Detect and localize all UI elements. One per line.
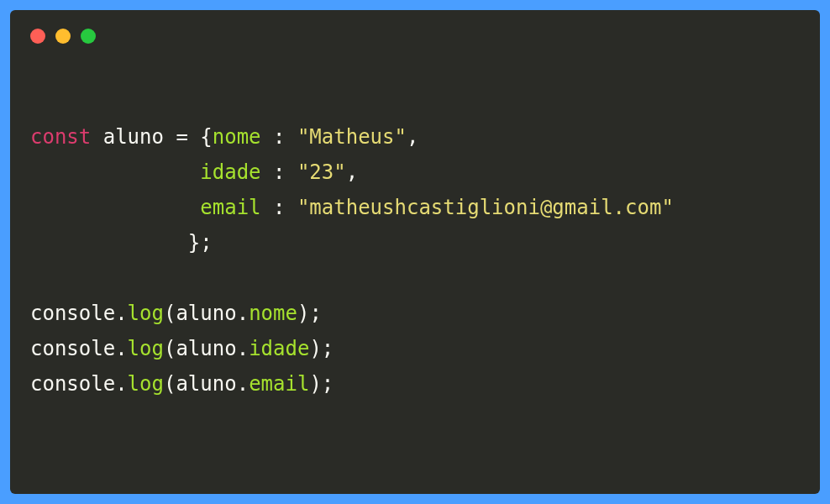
indent [30,160,200,184]
paren-open: ( [164,372,176,396]
identifier-console: console [30,372,115,396]
code-line-6: console.log(aluno.idade); [30,337,334,360]
code-line-2: idade : "23", [30,160,358,184]
dot: . [115,337,127,360]
identifier-aluno: aluno [103,125,164,149]
comma: , [407,125,418,149]
identifier-aluno: aluno [176,337,236,360]
code-line-5: console.log(aluno.nome); [30,302,322,325]
property-email: email [249,372,309,396]
function-log: log [128,302,164,325]
string-literal: "matheushcastiglioni@gmail.com" [297,196,674,219]
code-line-4: }; [30,231,213,255]
code-line-3: email : "matheushcastiglioni@gmail.com" [30,196,674,219]
colon: : [261,196,286,219]
dot: . [115,372,127,396]
code-line-7: console.log(aluno.email); [30,372,334,396]
code-line-1: const aluno = {nome : "Matheus", [30,125,418,149]
paren-open: ( [164,337,176,360]
identifier-console: console [30,302,115,325]
paren-close: ) [297,302,309,325]
dot: . [237,337,249,360]
property-nome: nome [213,125,261,149]
editor-window: const aluno = {nome : "Matheus", idade :… [10,10,820,494]
semicolon: ; [200,231,212,255]
identifier-console: console [30,337,115,360]
minimize-icon[interactable] [55,29,71,44]
paren-open: ( [164,302,176,325]
property-idade: idade [200,160,260,184]
paren-close: ) [309,337,321,360]
colon: : [261,160,286,184]
function-log: log [128,372,164,396]
paren-close: ) [309,372,321,396]
semicolon: ; [309,302,321,325]
comma: , [346,160,358,184]
brace-close: } [188,231,200,255]
keyword-const: const [30,125,91,149]
maximize-icon[interactable] [81,29,96,44]
string-literal: "23" [297,160,346,184]
property-idade: idade [249,337,309,360]
string-literal: "Matheus" [297,125,407,149]
code-area: const aluno = {nome : "Matheus", idade :… [10,44,820,422]
semicolon: ; [322,372,334,396]
semicolon: ; [322,337,334,360]
indent [30,231,188,255]
function-log: log [128,337,164,360]
colon: : [261,125,286,149]
indent [30,196,200,219]
dot: . [237,372,249,396]
operator-assign: = [176,125,187,149]
dot: . [115,302,127,325]
property-email: email [200,196,260,219]
close-icon[interactable] [30,29,45,44]
titlebar [10,10,820,44]
brace-open: { [200,125,212,149]
identifier-aluno: aluno [176,372,236,396]
property-nome: nome [249,302,297,325]
dot: . [237,302,249,325]
identifier-aluno: aluno [176,302,236,325]
